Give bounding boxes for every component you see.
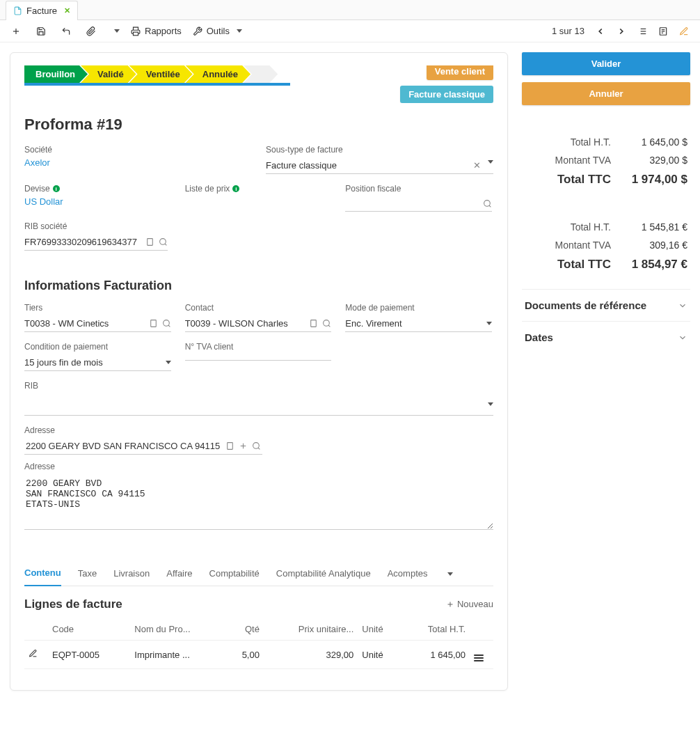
cancel-button[interactable]: Annuler (522, 82, 690, 105)
tab-taxe[interactable]: Taxe (78, 561, 97, 586)
vatnum-input[interactable] (185, 354, 332, 361)
document-icon (13, 6, 22, 15)
col-name[interactable]: Nom du Pro... (130, 618, 225, 641)
subtype-select[interactable]: Facture classique ✕ (266, 157, 493, 174)
save-button[interactable] (36, 26, 46, 36)
tab-facture[interactable]: Facture ✕ (6, 1, 78, 20)
cell-code: EQPT-0005 (48, 641, 130, 669)
paycond-label: Condition de paiement (24, 342, 171, 352)
tab-livraison[interactable]: Livraison (113, 561, 150, 586)
svg-line-23 (328, 325, 330, 327)
col-unit[interactable]: Unité (358, 618, 401, 641)
document-icon[interactable] (149, 319, 158, 328)
chevron-down-icon (237, 29, 242, 33)
table-row[interactable]: EQPT-0005 Imprimante ... 5,00 329,00 Uni… (24, 641, 493, 669)
total-tva-usd-label: Montant TVA (525, 155, 611, 166)
total-ttc-eur-label: Total TTC (525, 258, 611, 272)
ribsoc-value: FR76993330209619634377 (24, 237, 137, 247)
address-textarea[interactable]: 2200 GEARY BVD SAN FRANCISCO CA 94115 ET… (24, 474, 493, 530)
contact-input[interactable]: T0039 - WILSON Charles (185, 315, 332, 332)
addr1-label: Adresse (24, 425, 493, 435)
currency-link[interactable]: US Dollar (24, 196, 171, 207)
paycond-select[interactable]: 15 jours fin de mois (24, 354, 171, 371)
badge-sale-type: Vente client (427, 65, 493, 80)
list-view-button[interactable] (637, 26, 647, 36)
svg-point-27 (253, 443, 260, 449)
tab-comptabilite[interactable]: Comptabilité (209, 561, 260, 586)
tab-affaire[interactable]: Affaire (166, 561, 192, 586)
fiscal-label: Position fiscale (345, 184, 492, 194)
svg-point-19 (163, 320, 169, 327)
chevron-down-icon[interactable] (488, 402, 493, 406)
document-icon[interactable] (309, 319, 318, 328)
reports-button[interactable]: Rapports (131, 26, 182, 36)
clear-icon[interactable]: ✕ (473, 160, 481, 171)
search-icon[interactable] (483, 199, 492, 208)
svg-rect-24 (228, 443, 233, 450)
toolbar: Rapports Outils 1 sur 13 (0, 20, 700, 42)
svg-line-20 (168, 325, 170, 327)
chevron-down-icon[interactable] (486, 322, 492, 325)
tab-acomptes[interactable]: Acomptes (388, 561, 428, 586)
contact-value: T0039 - WILSON Charles (185, 318, 288, 329)
paymode-select[interactable]: Enc. Virement (345, 315, 492, 332)
undo-button[interactable] (61, 26, 71, 36)
validate-button[interactable]: Valider (522, 52, 690, 75)
page-title: Proforma #19 (24, 116, 493, 134)
panel-documents[interactable]: Documents de référence (522, 289, 690, 321)
close-icon[interactable]: ✕ (64, 6, 70, 15)
search-icon[interactable] (252, 441, 261, 450)
edit-view-button[interactable] (679, 26, 689, 36)
company-link[interactable]: Axelor (24, 157, 252, 168)
document-icon[interactable] (145, 237, 154, 246)
row-menu-icon[interactable] (474, 654, 484, 661)
search-icon[interactable] (162, 319, 171, 328)
col-qty[interactable]: Qté (225, 618, 264, 641)
status-ventilee[interactable]: Ventilée (129, 65, 193, 83)
status-brouillon[interactable]: Brouillon (24, 65, 88, 83)
total-ht-eur-label: Total H.T. (525, 221, 611, 233)
new-button[interactable] (11, 26, 21, 36)
partner-input[interactable]: T0038 - WM Cinetics (24, 315, 171, 332)
col-total[interactable]: Total H.T. (401, 618, 470, 641)
panel-dates[interactable]: Dates (522, 321, 690, 353)
plus-icon[interactable] (239, 441, 248, 450)
pager-text: 1 sur 13 (552, 26, 584, 36)
next-button[interactable] (617, 26, 626, 36)
ribsoc-input[interactable]: FR76993330209619634377 (24, 234, 168, 251)
paycond-value: 15 jours fin de mois (24, 357, 103, 368)
vatnum-label: N° TVA client (185, 342, 332, 352)
content-tabs: Contenu Taxe Livraison Affaire Comptabil… (24, 561, 493, 586)
col-price[interactable]: Prix unitaire... (264, 618, 358, 641)
col-code[interactable]: Code (48, 618, 130, 641)
chevron-down-icon[interactable] (166, 361, 171, 364)
more-dropdown[interactable] (111, 29, 120, 33)
prev-button[interactable] (596, 26, 605, 36)
chevron-down-icon[interactable] (488, 160, 493, 164)
status-valide[interactable]: Validé (81, 65, 136, 83)
tab-label: Facture (26, 6, 57, 16)
search-icon[interactable] (159, 237, 168, 246)
rib-label: RIB (24, 381, 493, 391)
search-icon[interactable] (322, 319, 331, 328)
lines-heading: Lignes de facture (24, 597, 493, 611)
info-icon[interactable]: i (53, 185, 60, 192)
info-icon[interactable]: i (232, 185, 239, 192)
edit-icon[interactable] (29, 649, 38, 658)
rib-select[interactable] (24, 393, 493, 416)
document-icon[interactable] (225, 441, 234, 450)
totals-eur: Total H.T.1 545,81 € Montant TVA309,16 €… (522, 218, 690, 275)
tab-more[interactable] (445, 561, 453, 586)
total-ht-eur-value: 1 545,81 € (625, 221, 687, 233)
subtype-value: Facture classique (266, 160, 337, 171)
tools-button[interactable]: Outils (193, 26, 242, 36)
fiscal-input[interactable] (345, 196, 492, 212)
attach-button[interactable] (86, 26, 96, 36)
status-annulee[interactable]: Annulée (186, 65, 250, 83)
badge-invoice-type: Facture classique (400, 86, 493, 103)
address-input[interactable]: 2200 GEARY BVD SAN FRANCISCO CA 94115 (24, 438, 262, 455)
form-view-button[interactable] (658, 26, 668, 36)
new-line-button[interactable]: Nouveau (446, 599, 493, 609)
tab-compta-analytique[interactable]: Comptabilité Analytique (276, 561, 371, 586)
tab-contenu[interactable]: Contenu (24, 561, 61, 586)
